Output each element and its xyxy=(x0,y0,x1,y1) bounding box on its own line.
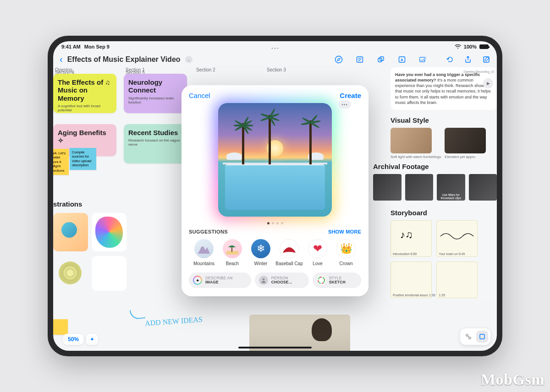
generated-image-wrap: ••• xyxy=(218,103,332,217)
pill-line1: STYLE xyxy=(329,276,346,280)
illustration-thumb[interactable] xyxy=(53,213,88,251)
suggestion-label: Love xyxy=(313,261,323,266)
card-title: Aging Benefits ✧ xyxy=(58,129,112,145)
archival-thumb[interactable] xyxy=(405,174,434,201)
mountains-icon xyxy=(194,239,214,258)
storyboard-frame[interactable]: ♪♫ Introduction 0:00 xyxy=(390,220,432,257)
photo-thumb[interactable] xyxy=(249,315,350,351)
clip-name: Opening Recording_v3 xyxy=(464,70,495,74)
suggestion-winter[interactable]: ❄ Winter xyxy=(247,239,275,266)
create-button[interactable]: Create xyxy=(340,92,361,99)
storyboard-frame[interactable]: Your brain on 0:45 xyxy=(436,220,478,257)
page-indicator[interactable] xyxy=(189,222,361,224)
style-pill[interactable]: STYLESKETCH xyxy=(313,272,361,288)
note-card[interactable]: Have you ever had a song trigger a speci… xyxy=(390,67,497,110)
cancel-button[interactable]: Cancel xyxy=(189,92,210,99)
illustrations-heading: strations xyxy=(53,200,82,208)
section-label-3: Section 3 xyxy=(267,67,286,72)
suggestion-label: Winter xyxy=(254,261,268,266)
titlebar: ‹ Effects of Music Explainer Video ⌄ A xyxy=(53,52,497,67)
style-thumb[interactable] xyxy=(390,128,432,153)
sticky-note[interactable]: NA: Let's make sure it aligns sections xyxy=(53,149,69,175)
status-time: 9:41 AM xyxy=(61,44,81,49)
suggestion-baseball-cap[interactable]: Baseball Cap xyxy=(275,239,303,266)
illustration-thumb[interactable] xyxy=(53,256,88,291)
battery-pct: 100% xyxy=(464,44,477,49)
title-dropdown-chevron-icon[interactable]: ⌄ xyxy=(185,56,192,63)
card-subtitle: Research focused on the vagus nerve xyxy=(128,138,182,147)
undo-icon[interactable] xyxy=(446,55,454,64)
navigator-icon[interactable]: ✦ xyxy=(86,334,98,345)
describe-image-pill[interactable]: ✦ DESCRIBE ANIMAGE xyxy=(189,272,251,288)
style-ring-icon xyxy=(317,276,326,285)
storyboard-frame[interactable]: 1:35 xyxy=(436,261,478,298)
pill-line2: SKETCH xyxy=(329,280,346,284)
archival-thumb[interactable] xyxy=(373,174,402,201)
storyboard-heading: Storyboard xyxy=(390,209,497,217)
home-indicator[interactable] xyxy=(238,347,312,348)
document-title[interactable]: Effects of Music Explainer Video xyxy=(67,55,181,64)
image-wand-icon[interactable] xyxy=(419,55,427,64)
text-style-icon[interactable]: A xyxy=(398,55,406,64)
beach-icon xyxy=(223,239,242,258)
illustration-thumb[interactable] xyxy=(92,256,126,291)
storyboard-frame[interactable]: Positive emotional assoc 1:30 xyxy=(390,261,432,298)
text-box-icon[interactable] xyxy=(356,55,364,64)
suggestion-label: Beach xyxy=(226,261,239,266)
suggestions-label: SUGGESTIONS xyxy=(189,229,228,234)
shapes-icon[interactable] xyxy=(377,55,385,64)
card-section5[interactable]: Recent Studies Research focused on the v… xyxy=(124,124,187,163)
sticky-note[interactable] xyxy=(53,319,68,335)
pill-line2: IMAGE xyxy=(205,280,232,284)
suggestion-crown[interactable]: 👑 Crown xyxy=(332,239,360,266)
back-chevron-icon[interactable]: ‹ xyxy=(60,54,63,65)
suggestion-love[interactable]: ❤ Love xyxy=(303,239,332,266)
ipad-frame: 9:41 AM Mon Sep 9 100% ‹ Effects of Musi… xyxy=(48,36,502,356)
card-section1[interactable]: Neurology Connect Significantly increase… xyxy=(124,74,187,113)
card-title: Recent Studies xyxy=(128,129,182,136)
toolbar-tools: A xyxy=(335,55,427,64)
archival-thumb[interactable]: Use filters for throwback clips xyxy=(437,174,465,201)
person-icon xyxy=(259,276,268,285)
card-opening[interactable]: The Effects of ♫ Music on Memory A cogni… xyxy=(53,74,116,113)
person-pill[interactable]: PERSONCHOOSE... xyxy=(255,272,309,288)
battery-icon xyxy=(479,44,489,49)
compose-icon[interactable] xyxy=(482,55,490,64)
pen-tool-icon[interactable] xyxy=(335,55,343,64)
svg-text:♪♫: ♪♫ xyxy=(400,229,413,240)
zoom-percent[interactable]: 50% xyxy=(63,334,83,345)
card-title: The Effects of ♫ Music on Memory xyxy=(58,78,112,102)
sparkle-icon: ✦ xyxy=(193,276,202,285)
svg-point-19 xyxy=(318,277,324,283)
suggestion-beach[interactable]: Beach xyxy=(218,239,247,266)
archival-thumb[interactable] xyxy=(469,174,497,201)
handwritten-annotation: ADD NEW IDEAS xyxy=(145,316,203,327)
suggestion-mountains[interactable]: Mountains xyxy=(190,239,218,266)
svg-point-0 xyxy=(336,56,342,63)
more-options-icon[interactable]: ••• xyxy=(338,100,351,109)
suggestions-row: Mountains Beach ❄ Winter Baseball Cap ❤ … xyxy=(189,239,361,266)
link-tool-icon[interactable] xyxy=(462,331,474,343)
show-more-button[interactable]: SHOW MORE xyxy=(328,229,361,234)
share-icon[interactable] xyxy=(464,55,472,64)
card-subtitle: Significantly increases brain function xyxy=(128,96,182,104)
svg-line-14 xyxy=(468,336,469,338)
pill-line1: PERSON xyxy=(271,276,292,280)
right-panel: Have you ever had a song trigger a speci… xyxy=(390,67,497,300)
illustration-thumb[interactable] xyxy=(92,213,126,251)
select-tool-icon[interactable] xyxy=(476,331,488,343)
section-label-2: Section 2 xyxy=(196,67,215,72)
pill-line2: CHOOSE... xyxy=(271,280,292,284)
play-icon[interactable]: ▶ xyxy=(483,78,493,88)
sticky-note[interactable]: Compile sources for video upload descrip… xyxy=(70,148,96,170)
generated-image[interactable] xyxy=(218,103,332,217)
suggestion-label: Baseball Cap xyxy=(275,261,302,266)
screen: 9:41 AM Mon Sep 9 100% ‹ Effects of Musi… xyxy=(53,41,497,351)
multitask-dots-icon[interactable] xyxy=(272,48,279,49)
suggestion-label: Mountains xyxy=(193,261,214,266)
svg-rect-9 xyxy=(420,57,425,62)
suggestion-label: Crown xyxy=(340,261,353,266)
hand-arrow-icon xyxy=(130,308,146,320)
card-subtitle: A cognitive tool with broad potential xyxy=(58,104,112,112)
style-thumb[interactable] xyxy=(445,128,486,153)
